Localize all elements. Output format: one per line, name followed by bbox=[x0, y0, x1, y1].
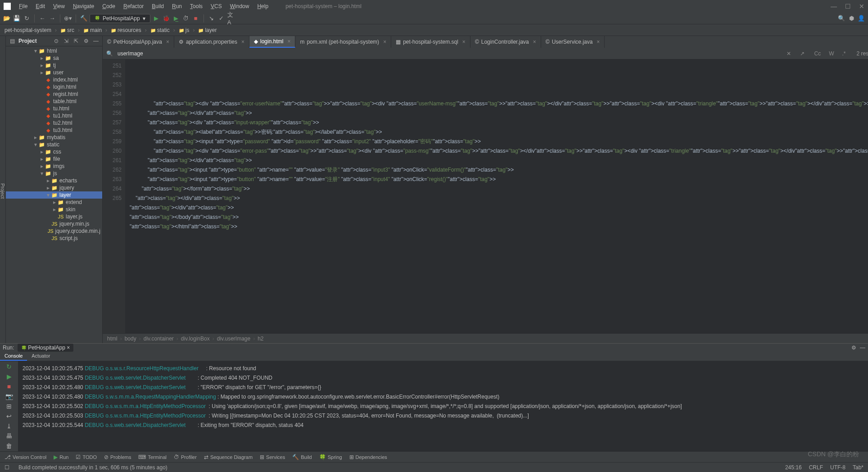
tree-item-jquery.qrcode.min.j[interactable]: JSjquery.qrcode.min.j bbox=[6, 227, 102, 235]
code-editor[interactable]: 2512522532542552562572582592602612622632… bbox=[103, 59, 868, 333]
console-output[interactable]: 2023-12-04 10:20:25.475 DEBUG o.s.w.s.r.… bbox=[18, 361, 868, 451]
editor-breadcrumb-item[interactable]: div.userImage bbox=[217, 336, 250, 342]
close-tab-icon[interactable]: × bbox=[597, 39, 600, 45]
menu-file[interactable]: File bbox=[15, 1, 31, 11]
regex-icon[interactable]: .* bbox=[842, 50, 846, 57]
run-play-icon[interactable]: ▶ bbox=[7, 373, 12, 380]
tree-item-table.html[interactable]: ◆table.html bbox=[6, 98, 102, 105]
tree-item-script.js[interactable]: JSscript.js bbox=[6, 235, 102, 242]
tool-terminal[interactable]: ⌨ Terminal bbox=[138, 454, 167, 460]
open-icon[interactable]: 📂 bbox=[3, 14, 11, 23]
editor-tab-LoginController.java[interactable]: ©LoginController.java× bbox=[470, 36, 541, 48]
hide-icon[interactable]: — bbox=[92, 38, 99, 44]
indent-info[interactable]: Tab* bbox=[853, 464, 863, 471]
locate-icon[interactable]: ⊙ bbox=[53, 38, 60, 44]
tree-item-tu3.html[interactable]: ◆tu3.html bbox=[6, 127, 102, 134]
tree-item-extend[interactable]: ▸📁extend bbox=[6, 199, 102, 206]
stop-icon[interactable]: ■ bbox=[192, 14, 200, 23]
tool-run[interactable]: ▶ Run bbox=[54, 454, 68, 460]
git-commit-icon[interactable]: ✓ bbox=[217, 14, 226, 23]
back-icon[interactable]: ← bbox=[38, 14, 46, 23]
close-tab-icon[interactable]: × bbox=[533, 39, 536, 45]
editor-breadcrumb-item[interactable]: body bbox=[125, 336, 136, 342]
menu-vcs[interactable]: VCS bbox=[207, 1, 226, 11]
settings-icon[interactable]: ⚙ bbox=[82, 38, 90, 44]
menu-refactor[interactable]: Refactor bbox=[120, 1, 147, 11]
git-update-icon[interactable]: ↘ bbox=[208, 14, 216, 23]
tree-item-echarts[interactable]: ▸📁echarts bbox=[6, 177, 102, 184]
run-hide-icon[interactable]: — bbox=[860, 345, 865, 351]
breadcrumb-item[interactable]: layer bbox=[198, 27, 217, 33]
soft-wrap-icon[interactable]: ↩ bbox=[6, 413, 12, 420]
find-close-icon[interactable]: ✕ bbox=[787, 50, 791, 57]
print-icon[interactable]: 🖶 bbox=[6, 432, 12, 440]
run-icon[interactable]: ▶ bbox=[152, 14, 160, 23]
tree-item-regist.html[interactable]: ◆regist.html bbox=[6, 91, 102, 98]
code-content[interactable]: ▲15 ✔10 ⌃ ⋮ IJ 🌐 🦊 🌊 "attr">class="tag">… bbox=[125, 59, 868, 333]
menu-code[interactable]: Code bbox=[99, 1, 119, 11]
breadcrumb-item[interactable]: js bbox=[179, 27, 190, 33]
breadcrumb-item[interactable]: src bbox=[60, 27, 74, 33]
scroll-to-end-icon[interactable]: ⤓ bbox=[6, 422, 12, 430]
project-tree[interactable]: ▾📁html▸📁sa▸📁tj▸📁user◆index.html◆login.ht… bbox=[6, 46, 102, 343]
tool-version-control[interactable]: ⎇ Version Control bbox=[5, 454, 46, 460]
tree-item-tu.html[interactable]: ◆tu.html bbox=[6, 105, 102, 112]
avatar-icon[interactable]: 👤 bbox=[857, 14, 865, 23]
breadcrumb-item[interactable]: resources bbox=[111, 27, 141, 33]
close-tab-icon[interactable]: × bbox=[241, 39, 244, 45]
layout-icon[interactable]: ⊞ bbox=[6, 403, 12, 410]
tool-todo[interactable]: ☑ TODO bbox=[76, 454, 97, 460]
find-pin-icon[interactable]: ↗ bbox=[800, 50, 805, 57]
minimize-icon[interactable]: — bbox=[831, 3, 837, 10]
run-config-tab[interactable]: PetHospitalApp × bbox=[18, 344, 73, 352]
editor-tab-UserService.java[interactable]: ©UserService.java× bbox=[541, 36, 605, 48]
tree-item-css[interactable]: ▸📁css bbox=[6, 148, 102, 155]
run-settings-icon[interactable]: ⚙ bbox=[851, 345, 856, 351]
tree-item-jquery.min.js[interactable]: JSjquery.min.js bbox=[6, 220, 102, 227]
tree-item-tj[interactable]: ▸📁tj bbox=[6, 62, 102, 69]
tree-item-login.html[interactable]: ◆login.html bbox=[6, 83, 102, 91]
stop-icon[interactable]: ■ bbox=[7, 383, 11, 390]
close-tab-icon[interactable]: × bbox=[383, 39, 386, 45]
tree-item-html[interactable]: ▾📁html bbox=[6, 47, 102, 54]
tree-item-tu2.html[interactable]: ◆tu2.html bbox=[6, 119, 102, 127]
tool-profiler[interactable]: ⏱ Profiler bbox=[174, 454, 197, 460]
tool-services[interactable]: ⊞ Services bbox=[260, 454, 285, 460]
tree-item-static[interactable]: ▾📁static bbox=[6, 141, 102, 148]
translate-icon[interactable]: 文A bbox=[227, 14, 235, 23]
tree-item-mybatis[interactable]: ▸📁mybatis bbox=[6, 134, 102, 141]
menu-view[interactable]: View bbox=[50, 1, 68, 11]
editor-tab-pom.xml (pet-hospital-system)[interactable]: mpom.xml (pet-hospital-system)× bbox=[295, 36, 391, 48]
close-tab-icon[interactable]: × bbox=[166, 39, 169, 45]
profile-icon[interactable]: ⏱ bbox=[182, 14, 190, 23]
add-config-icon[interactable]: ⊕▾ bbox=[64, 14, 72, 23]
run-tab-console[interactable]: Console bbox=[0, 352, 27, 361]
tree-item-layer.js[interactable]: JSlayer.js bbox=[6, 213, 102, 220]
editor-breadcrumb-item[interactable]: h2 bbox=[258, 336, 263, 342]
line-separator[interactable]: CRLF bbox=[809, 464, 823, 471]
tree-item-file[interactable]: ▸📁file bbox=[6, 155, 102, 163]
menu-build[interactable]: Build bbox=[148, 1, 167, 11]
menu-run[interactable]: Run bbox=[168, 1, 185, 11]
status-indicator-icon[interactable]: ☐ bbox=[5, 464, 9, 471]
tree-item-user[interactable]: ▸📁user bbox=[6, 69, 102, 76]
close-tab-icon[interactable]: × bbox=[287, 38, 290, 45]
run-tab-actuator[interactable]: Actuator bbox=[27, 352, 54, 361]
breadcrumb-item[interactable]: static bbox=[150, 27, 170, 33]
tree-item-sa[interactable]: ▸📁sa bbox=[6, 54, 102, 62]
tool-dependencies[interactable]: ⊞ Dependencies bbox=[349, 454, 387, 460]
clear-icon[interactable]: 🗑 bbox=[6, 442, 12, 449]
maximize-icon[interactable]: ☐ bbox=[845, 3, 851, 10]
menu-tools[interactable]: Tools bbox=[186, 1, 206, 11]
breadcrumb-item[interactable]: main bbox=[83, 27, 102, 33]
tool-sequence-diagram[interactable]: ⇄ Sequence Diagram bbox=[204, 454, 253, 460]
close-tab-icon[interactable]: × bbox=[462, 39, 466, 45]
project-view-icon[interactable]: ▤ bbox=[9, 38, 16, 44]
sync-icon[interactable]: ↻ bbox=[23, 14, 31, 23]
breadcrumb-item[interactable]: pet-hospital-system bbox=[5, 27, 51, 33]
editor-tab-PetHospitalApp.java[interactable]: ©PetHospitalApp.java× bbox=[103, 36, 174, 48]
match-case-icon[interactable]: Cc bbox=[814, 50, 821, 57]
collapse-icon[interactable]: ⇱ bbox=[72, 38, 80, 44]
debug-icon[interactable]: 🐞 bbox=[162, 14, 170, 23]
menu-help[interactable]: Help bbox=[253, 1, 272, 11]
